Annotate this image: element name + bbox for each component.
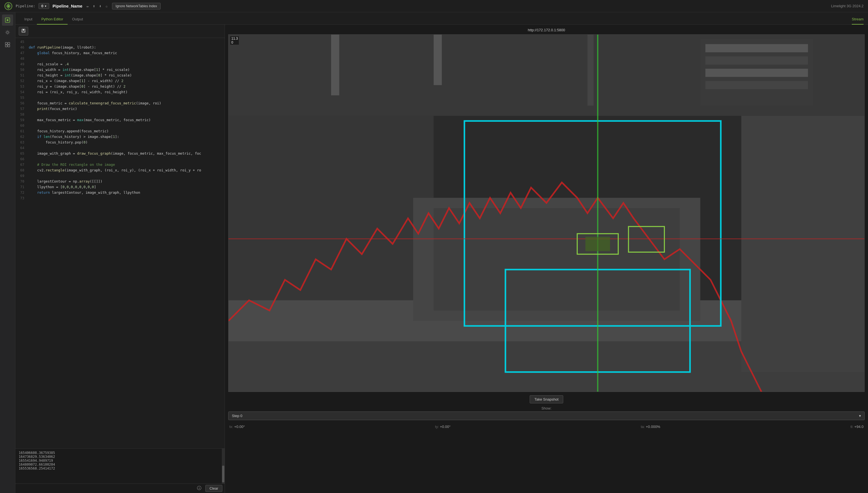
code-line-49: 49 roi_scsale = .4 [15,61,225,67]
tab-stream[interactable]: Stream [852,14,864,25]
step-select-value: Step 0 [232,414,243,418]
camera-view: 11.3 0 [228,34,865,392]
svg-rect-36 [585,237,610,251]
pipeline-num-selector[interactable]: 0 ▾ [39,3,49,9]
sidebar [0,12,15,493]
code-line-68: 68 cv2.rectangle(image_with_graph, (roi_… [15,168,225,173]
svg-rect-22 [331,35,339,95]
star-icon[interactable]: ☆ [104,3,108,9]
metrics-row: tx: +0.00° ty: +0.00° ta: +0.000% tl: +9… [228,423,865,430]
svg-rect-30 [741,116,864,372]
right-panel: http://172.172.0.1:5800 [225,25,868,493]
tab-input[interactable]: Input [20,14,37,25]
code-line-56: 56 focus_metric = calculate_tenengrad_fo… [15,101,225,106]
gear-icon [4,29,11,36]
console-scrollbar[interactable] [222,449,225,484]
stream-url: http://172.172.0.1:5800 [228,28,865,32]
code-line-52: 52 roi_x = (image.shape[1] - roi_width) … [15,78,225,84]
svg-rect-10 [23,29,24,30]
console-output: 165406608.36759385 164736829.53634062 16… [15,449,222,484]
clear-console-button[interactable]: Clear [205,485,222,492]
svg-point-14 [199,487,200,488]
svg-rect-11 [22,31,25,32]
svg-point-4 [7,31,9,34]
save-file-button[interactable] [19,27,28,36]
code-line-53: 53 roi_y = (image.shape[0] - roi_height)… [15,84,225,89]
step-selector[interactable]: Step 0 ▾ [228,411,865,420]
code-line-59: 59 max_focus_metric = max(max_focus_metr… [15,117,225,123]
pipeline-label: Pipeline: [16,4,35,8]
tab-bar: Input Python Editor Output Stream [15,12,868,25]
upload-icon[interactable]: ⬆ [92,3,96,9]
svg-rect-24 [587,35,594,106]
chevron-down-icon: ▾ [44,4,47,8]
code-line-67: 67 # Draw the ROI rectangle on the image [15,162,225,168]
code-line-71: 71 llpython = [0,0,0,0,0,0,0,0] [15,184,225,190]
code-line-51: 51 roi_height = int(image.shape[0] * roi… [15,72,225,78]
console-info-button[interactable] [195,485,203,492]
version-label: Limelight 3G 2024.2 [831,4,864,8]
edit-icon[interactable]: ✏ [86,3,90,9]
code-editor[interactable]: 45 46 def runPipeline(image, llrobot): 4… [15,38,225,448]
svg-point-1 [7,5,9,7]
editor-toolbar [15,25,225,38]
svg-rect-20 [705,69,808,77]
console-line-2: 164736829.53634062 [19,455,219,459]
svg-rect-7 [5,45,7,47]
code-line-48: 48 [15,56,225,61]
svg-rect-29 [434,208,680,310]
fps-value: 11.3 [231,37,238,41]
topbar-icons: ✏ ⬆ ⬇ ☆ [86,3,109,9]
svg-rect-23 [434,35,442,85]
code-line-46: 46 def runPipeline(image, llrobot): [15,45,225,50]
camera-feed [229,35,864,392]
svg-rect-6 [8,42,10,44]
take-snapshot-button[interactable]: Take Snapshot [530,395,563,403]
tab-output[interactable]: Output [68,14,87,25]
code-line-62: 62 if len(focus_history) > image.shape[1… [15,134,225,140]
console-line-3: 165541694.9489719 [19,459,219,463]
code-line-72: 72 return largestContour, image_with_gra… [15,190,225,195]
code-line-66: 66 [15,156,225,162]
console-area: 165406608.36759385 164736829.53634062 16… [15,448,225,493]
metric-tl: tl: +94.0 [850,425,864,429]
code-line-69: 69 [15,173,225,179]
code-line-65: 65 image_with_graph = draw_focus_graph(i… [15,151,225,156]
console-line-5: 165536568.25414172 [19,467,219,470]
layout-icon [4,42,11,48]
metric-ty: ty: +0.00° [435,425,450,429]
sidebar-item-layout[interactable] [2,39,13,50]
metric-tx: tx: +0.00° [229,425,245,429]
tab-python-editor[interactable]: Python Editor [37,14,68,25]
console-line-1: 165406608.36759385 [19,451,219,455]
code-line-70: 70 largestContour = np.array([[]]) [15,179,225,184]
sidebar-item-settings[interactable] [2,27,13,38]
code-line-58: 58 [15,112,225,117]
console-scroll-thumb[interactable] [222,466,224,483]
svg-rect-19 [705,57,808,64]
chevron-down-icon-step: ▾ [859,414,861,418]
svg-rect-21 [705,81,808,89]
vision-icon [4,17,11,23]
svg-rect-5 [5,42,7,44]
logo-icon [4,2,12,10]
fps-sub-value: 0 [231,41,233,44]
sidebar-item-vision[interactable] [2,15,13,26]
metric-ta: ta: +0.000% [641,425,660,429]
topbar: Pipeline: 0 ▾ Pipeline_Name ✏ ⬆ ⬇ ☆ Igno… [0,0,868,12]
pipeline-name: Pipeline_Name [53,4,82,8]
code-line-45: 45 [15,39,225,45]
console-footer: Clear [15,484,225,493]
svg-point-3 [7,19,8,21]
show-label: Show: [228,406,865,410]
code-line-63: 63 focus_history.pop(0) [15,140,225,145]
console-line-4: 164809072.66100204 [19,463,219,467]
code-line-55: 55 [15,95,225,101]
save-icon [21,28,26,33]
download-icon[interactable]: ⬇ [98,3,102,9]
svg-rect-8 [8,45,10,47]
info-icon [197,486,202,490]
ignore-networktables-button[interactable]: Ignore NetworkTables Index [112,3,161,9]
code-line-64: 64 [15,145,225,151]
fps-badge: 11.3 0 [230,36,239,45]
